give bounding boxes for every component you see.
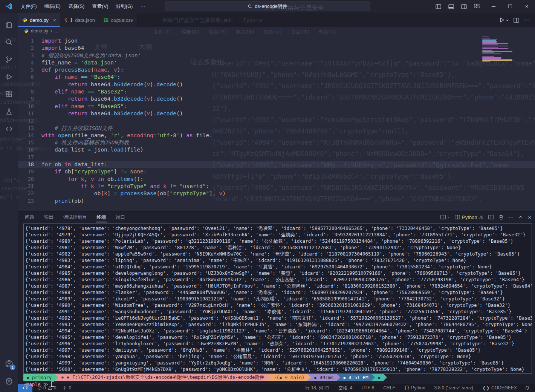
- split-terminal-icon[interactable]: [488, 214, 494, 220]
- prompt-input-token: maple: [26, 381, 44, 387]
- terminal-input-line[interactable]: ⚡maple ≫: [23, 381, 533, 387]
- code-text: for k, v in ob.items():: [41, 176, 144, 183]
- new-terminal-icon[interactable]: [440, 214, 450, 220]
- panel-tab-problems[interactable]: 问题: [24, 212, 35, 223]
- panel-tab-ports[interactable]: 端口: [115, 212, 126, 223]
- panel-tab-terminal[interactable]: 终端: [96, 212, 107, 223]
- toggle-sidebar-icon[interactable]: [433, 2, 444, 11]
- menu-more[interactable]: ···: [137, 2, 148, 11]
- code-line[interactable]: 22 ob[k] = processBase(ob["cryptoType"],…: [18, 190, 535, 197]
- menu-edit[interactable]: 编辑(E): [41, 2, 64, 11]
- code-line[interactable]: 2import base64: [18, 44, 535, 52]
- command-center-search[interactable]: ds-encode附件: [165, 2, 370, 11]
- terminal[interactable]: {'userid': '4978', 'username': 'chenyong…: [18, 223, 535, 387]
- terminal-line: {'userid': '4981', 'username': 'Wxwf7M',…: [25, 244, 530, 251]
- code-line[interactable]: 13 # 打开并读取JSON文件: [18, 125, 535, 132]
- testing-icon[interactable]: [0, 103, 18, 120]
- settings-gear-icon[interactable]: [0, 372, 18, 390]
- code-line[interactable]: 16 data_list = json.load(file): [18, 146, 535, 153]
- breadcrumb[interactable]: demo.py › ...: [18, 27, 535, 35]
- tab-close-icon[interactable]: ×: [53, 17, 56, 23]
- code-text: file_name = 'data.json': [41, 59, 117, 66]
- code-line[interactable]: 11 return base64.b85decode(v).decode(): [18, 110, 535, 117]
- prompt-segment-arrow: [267, 374, 271, 381]
- menu-selection[interactable]: 选择(S): [65, 2, 88, 11]
- line-number: 8: [18, 88, 41, 95]
- run-python-file-button[interactable]: [499, 17, 509, 23]
- code-text: ob[k] = processBase(ob["cryptoType"], v): [41, 190, 226, 197]
- vscode-window: 文件(F) 编辑(E) 选择(S) 查看(V) 转到(G) ··· ← → ds…: [0, 0, 535, 392]
- code-line[interactable]: 4file_name = 'data.json': [18, 59, 535, 66]
- code-line[interactable]: 6 if name == "Base64":: [18, 74, 535, 81]
- menu-view[interactable]: 查看(V): [89, 2, 112, 11]
- kill-terminal-icon[interactable]: [498, 214, 504, 220]
- code-text: return base64.b85decode(v).decode(): [41, 110, 183, 117]
- code-line[interactable]: 18for ob in data_list:: [18, 161, 535, 168]
- code-line[interactable]: 14with open(file_name, 'r', encoding='ut…: [18, 132, 535, 139]
- terminal-line: {'userid': '4985', 'username': 'develope…: [25, 270, 530, 276]
- search-icon: [248, 4, 252, 9]
- code-line[interactable]: 1import json: [18, 37, 535, 44]
- close-panel-icon[interactable]: ×: [528, 214, 531, 220]
- code-line[interactable]: 21 if k != "cryptoType" and k != "userid…: [18, 183, 535, 190]
- terminal-instance-python[interactable]: Python ⚠: [455, 214, 483, 220]
- code-line[interactable]: 3# 假设你的JSON文件名为'data.json': [18, 52, 535, 59]
- line-number: 15: [18, 139, 41, 146]
- explorer-icon[interactable]: [0, 16, 18, 34]
- menu-goto[interactable]: 转到(G): [113, 2, 136, 11]
- code-line[interactable]: 7 return base64.b64decode(v).decode(): [18, 81, 535, 88]
- toggle-panel-icon[interactable]: [445, 2, 457, 11]
- minimize-button[interactable]: ─: [485, 0, 502, 13]
- terminal-line: {'userid': '4994', 'username': 'F2NbuM1w…: [25, 328, 530, 334]
- code-line[interactable]: 19 if ob["cryptoType"] != None:: [18, 168, 535, 175]
- minimap[interactable]: [482, 37, 514, 62]
- code-text: if name == "Base64":: [41, 74, 121, 81]
- editor-tab-bar: demo.py × { } data.json output.csv: [18, 13, 535, 27]
- code-line[interactable]: 10 elif name == "Base85":: [18, 103, 535, 110]
- breadcrumb-more[interactable]: ...: [54, 28, 58, 34]
- codegeex-view-icon[interactable]: [0, 120, 18, 138]
- terminal-line: {'userid': '4978', 'username': 'chenyong…: [25, 225, 530, 231]
- code-line[interactable]: 12: [18, 117, 535, 124]
- panel-tab-output[interactable]: 输出: [43, 212, 54, 223]
- account-icon[interactable]: 1: [0, 355, 18, 372]
- source-control-icon[interactable]: [0, 51, 18, 68]
- editor-more-actions-icon[interactable]: ···: [524, 17, 530, 23]
- terminal-instance-label: Python: [462, 214, 477, 220]
- extensions-icon[interactable]: [0, 86, 18, 103]
- line-number: 4: [18, 59, 41, 66]
- breadcrumb-file[interactable]: demo.py: [31, 28, 48, 34]
- menu-file[interactable]: 文件(F): [17, 2, 40, 11]
- customize-layout-icon[interactable]: [471, 2, 482, 11]
- prompt-segment-arrow: [337, 374, 340, 381]
- terminal-line: {'userid': '4992', 'username': 'LeQPTt6d…: [25, 315, 530, 321]
- tab-output-csv[interactable]: output.csv: [99, 13, 138, 27]
- search-view-icon[interactable]: [0, 34, 18, 51]
- panel-more-actions-icon[interactable]: ···: [509, 214, 514, 220]
- code-line[interactable]: 8 elif name == "Base32":: [18, 88, 535, 95]
- tab-label: output.csv: [111, 17, 133, 23]
- code-line[interactable]: 20 for k, v in ob.items():: [18, 176, 535, 183]
- terminal-line: {'userid': '4979', 'username': 'Ujjmp2jL…: [25, 231, 530, 238]
- split-editor-icon[interactable]: [514, 17, 519, 23]
- code-line[interactable]: 9 return base64.b32decode(v).decode(): [18, 95, 535, 103]
- maximize-panel-icon[interactable]: [518, 215, 523, 219]
- toggle-secondary-sidebar-icon[interactable]: [458, 2, 469, 11]
- tab-data-json[interactable]: { } data.json: [60, 13, 99, 27]
- code-text: if k != "cryptoType" and k != "userid":: [41, 183, 209, 190]
- code-line[interactable]: 5def processBase(name, v):: [18, 66, 535, 74]
- line-number: 17: [18, 154, 41, 161]
- terminal-line: {'userid': '4986', 'username': 'kingxiSa…: [25, 276, 530, 283]
- tab-demo-py[interactable]: demo.py ×: [18, 13, 60, 27]
- code-line[interactable]: 17: [18, 154, 535, 161]
- panel-tab-debug-console[interactable]: 调试控制台: [63, 212, 88, 223]
- run-debug-icon[interactable]: [0, 68, 18, 86]
- code-line[interactable]: 15 # 将文件内容解析为JSON列表: [18, 139, 535, 146]
- code-line[interactable]: 23 print(ob): [18, 198, 535, 205]
- maximize-button[interactable]: ☐: [502, 0, 518, 13]
- close-button[interactable]: ×: [518, 0, 535, 13]
- terminal-cursor: [51, 381, 54, 387]
- code-editor[interactable]: 1import json2import base643# 假设你的JSON文件名…: [18, 35, 535, 211]
- prompt-segment: ▪: [375, 374, 384, 381]
- menu-bar: 文件(F) 编辑(E) 选择(S) 查看(V) 转到(G) ···: [17, 2, 148, 11]
